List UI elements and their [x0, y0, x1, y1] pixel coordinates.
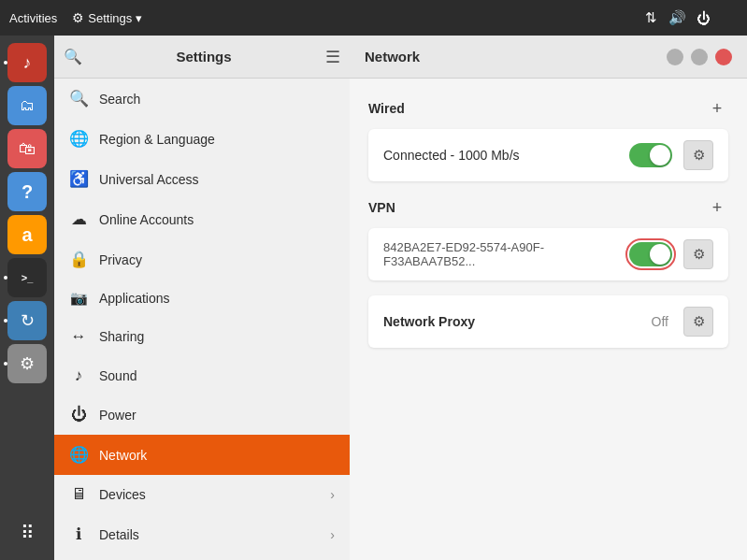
- topbar-left: Activities ⚙ Settings ▾: [9, 10, 142, 25]
- main-area: ♪ 🗂 🛍 ? a >_ ↻ ⚙ ⠿ 🔍 Settings ☰ 🔍 Search…: [0, 36, 747, 560]
- sidebar-item-devices[interactable]: 🖥 Devices ›: [54, 475, 350, 514]
- rhythmbox-dock-icon[interactable]: ♪: [7, 43, 47, 82]
- sidebar-item-universal-access[interactable]: ♿ Universal Access: [54, 159, 350, 199]
- help-dock-icon[interactable]: ?: [7, 172, 47, 211]
- settings-header: 🔍 Settings ☰: [54, 36, 350, 79]
- wired-toggle[interactable]: [629, 143, 672, 167]
- settings-panel-title: Settings: [90, 49, 318, 65]
- sidebar-item-label: Applications: [99, 291, 335, 306]
- sidebar-item-label: Region & Language: [99, 132, 335, 147]
- proxy-value: Off: [652, 314, 668, 329]
- activities-button[interactable]: Activities: [9, 11, 57, 25]
- vpn-card: 842BA2E7-ED92-5574-A90F-F33ABAA7B52... ⚙: [368, 228, 728, 280]
- sidebar-item-label: Privacy: [99, 252, 335, 267]
- gear-icon: ⚙: [693, 313, 705, 330]
- proxy-settings-button[interactable]: ⚙: [683, 307, 713, 337]
- maximize-icon: □: [697, 51, 703, 63]
- sidebar-item-power[interactable]: ⏻ Power: [54, 395, 350, 435]
- settings-menu-button[interactable]: ⚙ Settings ▾: [72, 10, 142, 25]
- proxy-card: Network Proxy Off ⚙: [368, 295, 728, 348]
- sidebar-item-network[interactable]: 🌐 Network: [54, 435, 350, 475]
- devices-icon: 🖥: [69, 485, 88, 504]
- network-icon: 🌐: [69, 445, 88, 465]
- wired-section-title: Wired: [368, 101, 405, 116]
- settings-label: Settings: [88, 11, 132, 25]
- updater-dock-icon[interactable]: ↻: [7, 301, 47, 340]
- applications-icon: 📷: [69, 290, 88, 307]
- content-header: Network — □ ✕: [350, 36, 747, 79]
- gear-icon: ⚙: [693, 246, 705, 263]
- close-button[interactable]: ✕: [715, 49, 732, 65]
- amazon-dock-icon[interactable]: a: [7, 215, 47, 254]
- settings-nav: 🔍 Search 🌐 Region & Language ♿ Universal…: [54, 79, 350, 560]
- proxy-row: Network Proxy Off ⚙: [368, 295, 728, 348]
- power-icon: ⏻: [69, 406, 88, 424]
- search-icon[interactable]: 🔍: [64, 48, 82, 65]
- sidebar-item-privacy[interactable]: 🔒 Privacy: [54, 239, 350, 280]
- cloud-icon: ☁: [69, 209, 88, 229]
- sidebar-item-online-accounts[interactable]: ☁ Online Accounts: [54, 199, 350, 239]
- sidebar-item-details[interactable]: ℹ Details ›: [54, 514, 350, 554]
- sidebar-item-search[interactable]: 🔍 Search: [54, 79, 350, 119]
- power-topbar-icon[interactable]: ⏻: [695, 9, 711, 26]
- hamburger-menu-icon[interactable]: ☰: [325, 47, 340, 67]
- vpn-section-header: VPN +: [368, 196, 728, 219]
- sidebar-item-label: Power: [99, 408, 335, 423]
- sidebar-item-sharing[interactable]: ↔ Sharing: [54, 317, 350, 356]
- window-controls: — □ ✕: [667, 49, 732, 65]
- content-area: Network — □ ✕ Wired + Connec: [350, 36, 747, 560]
- apps-grid-dock-icon[interactable]: ⠿: [7, 513, 47, 553]
- terminal-dock-icon[interactable]: >_: [7, 258, 47, 297]
- wired-connection-label: Connected - 1000 Mb/s: [383, 148, 618, 163]
- maximize-button[interactable]: □: [691, 49, 708, 65]
- sound-icon: ♪: [69, 366, 88, 385]
- proxy-label: Network Proxy: [383, 314, 640, 329]
- topbar: Activities ⚙ Settings ▾ ⇅ 🔊 ⏻: [0, 0, 747, 36]
- wired-add-button[interactable]: +: [706, 97, 728, 120]
- settings-panel: 🔍 Settings ☰ 🔍 Search 🌐 Region & Languag…: [54, 36, 350, 560]
- sidebar-item-label: Network: [99, 448, 335, 463]
- vpn-connection-label: 842BA2E7-ED92-5574-A90F-F33ABAA7B52...: [383, 240, 618, 268]
- system-settings-dock-icon[interactable]: ⚙: [7, 344, 47, 383]
- toggle-thumb: [650, 244, 670, 265]
- accessibility-icon: ♿: [69, 169, 88, 189]
- vpn-settings-button[interactable]: ⚙: [683, 239, 713, 269]
- wired-settings-button[interactable]: ⚙: [683, 140, 713, 170]
- chevron-down-icon: ▾: [136, 11, 142, 25]
- gear-topbar-icon: ⚙: [72, 10, 84, 25]
- sharing-icon: ↔: [69, 327, 88, 346]
- sidebar-item-label: Devices: [99, 487, 319, 502]
- network-topbar-icon[interactable]: ⇅: [642, 9, 659, 26]
- chevron-right-icon: ›: [330, 487, 335, 502]
- close-icon: ✕: [720, 50, 728, 63]
- lock-icon: 🔒: [69, 250, 88, 269]
- sidebar-item-label: Sound: [99, 368, 335, 383]
- info-icon: ℹ: [69, 524, 88, 544]
- sidebar-item-sound[interactable]: ♪ Sound: [54, 356, 350, 395]
- vpn-toggle[interactable]: [629, 242, 672, 266]
- files-dock-icon[interactable]: 🗂: [7, 86, 47, 125]
- dock: ♪ 🗂 🛍 ? a >_ ↻ ⚙ ⠿: [0, 36, 54, 560]
- gear-icon: ⚙: [693, 147, 705, 164]
- content-title: Network: [365, 49, 420, 65]
- sidebar-item-label: Online Accounts: [99, 212, 335, 227]
- app-store-dock-icon[interactable]: 🛍: [7, 129, 47, 168]
- wired-section-header: Wired +: [368, 97, 728, 120]
- vpn-add-button[interactable]: +: [706, 196, 728, 219]
- vpn-connection-row: 842BA2E7-ED92-5574-A90F-F33ABAA7B52... ⚙: [368, 228, 728, 280]
- search-nav-icon: 🔍: [69, 89, 88, 108]
- globe-icon: 🌐: [69, 129, 88, 149]
- minimize-icon: —: [670, 51, 681, 63]
- chevron-right-icon: ›: [330, 527, 335, 542]
- sidebar-item-region-language[interactable]: 🌐 Region & Language: [54, 119, 350, 159]
- vpn-section-title: VPN: [368, 200, 395, 215]
- topbar-right: ⇅ 🔊 ⏻: [642, 9, 738, 26]
- volume-topbar-icon[interactable]: 🔊: [668, 9, 685, 26]
- sidebar-item-applications[interactable]: 📷 Applications: [54, 280, 350, 317]
- minimize-button[interactable]: —: [667, 49, 683, 65]
- content-body: Wired + Connected - 1000 Mb/s ⚙ VPN +: [350, 79, 747, 560]
- wired-card: Connected - 1000 Mb/s ⚙: [368, 129, 728, 181]
- sidebar-item-label: Search: [99, 92, 335, 107]
- clock-topbar: [721, 9, 738, 26]
- wired-connection-row: Connected - 1000 Mb/s ⚙: [368, 129, 728, 181]
